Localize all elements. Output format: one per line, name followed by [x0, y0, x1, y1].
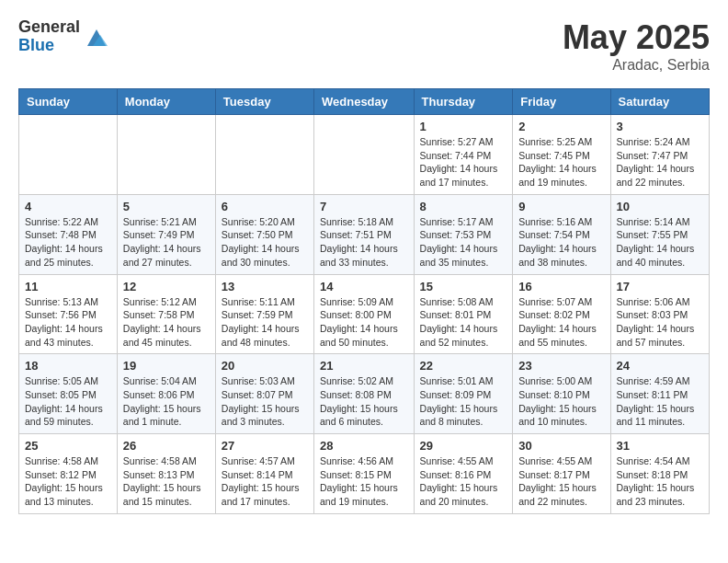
day-info: Sunrise: 4:58 AM Sunset: 8:13 PM Dayligh…	[123, 454, 210, 509]
day-info: Sunrise: 5:01 AM Sunset: 8:09 PM Dayligh…	[420, 374, 507, 429]
day-info: Sunrise: 5:08 AM Sunset: 8:01 PM Dayligh…	[420, 295, 507, 350]
table-row: 26Sunrise: 4:58 AM Sunset: 8:13 PM Dayli…	[117, 434, 215, 514]
calendar-week-row: 1Sunrise: 5:27 AM Sunset: 7:44 PM Daylig…	[19, 115, 710, 195]
table-row: 9Sunrise: 5:16 AM Sunset: 7:54 PM Daylig…	[513, 194, 610, 274]
day-info: Sunrise: 5:16 AM Sunset: 7:54 PM Dayligh…	[518, 215, 604, 270]
day-number: 14	[320, 280, 408, 293]
logo-icon	[84, 24, 109, 50]
table-row: 6Sunrise: 5:20 AM Sunset: 7:50 PM Daylig…	[215, 194, 313, 274]
table-row: 5Sunrise: 5:21 AM Sunset: 7:49 PM Daylig…	[117, 194, 215, 274]
day-info: Sunrise: 5:07 AM Sunset: 8:02 PM Dayligh…	[518, 295, 604, 350]
table-row: 23Sunrise: 5:00 AM Sunset: 8:10 PM Dayli…	[513, 354, 610, 434]
day-info: Sunrise: 5:14 AM Sunset: 7:55 PM Dayligh…	[617, 215, 703, 270]
day-number: 16	[518, 280, 604, 293]
table-row: 20Sunrise: 5:03 AM Sunset: 8:07 PM Dayli…	[215, 354, 313, 434]
table-row: 10Sunrise: 5:14 AM Sunset: 7:55 PM Dayli…	[610, 194, 709, 274]
day-info: Sunrise: 5:25 AM Sunset: 7:45 PM Dayligh…	[518, 135, 604, 190]
day-info: Sunrise: 4:55 AM Sunset: 8:17 PM Dayligh…	[518, 454, 604, 509]
day-info: Sunrise: 5:06 AM Sunset: 8:03 PM Dayligh…	[617, 295, 703, 350]
day-number: 4	[25, 200, 111, 213]
day-number: 31	[617, 439, 703, 453]
title-location: Aradac, Serbia	[563, 57, 710, 74]
table-row: 17Sunrise: 5:06 AM Sunset: 8:03 PM Dayli…	[610, 274, 709, 354]
day-number: 28	[320, 439, 408, 453]
table-row: 21Sunrise: 5:02 AM Sunset: 8:08 PM Dayli…	[314, 354, 415, 434]
calendar-table: Sunday Monday Tuesday Wednesday Thursday…	[18, 88, 710, 514]
table-row: 8Sunrise: 5:17 AM Sunset: 7:53 PM Daylig…	[414, 194, 513, 274]
day-info: Sunrise: 5:27 AM Sunset: 7:44 PM Dayligh…	[420, 135, 507, 190]
day-info: Sunrise: 5:12 AM Sunset: 7:58 PM Dayligh…	[123, 295, 210, 350]
day-number: 10	[617, 200, 703, 213]
day-info: Sunrise: 5:17 AM Sunset: 7:53 PM Dayligh…	[420, 215, 507, 270]
day-number: 2	[518, 120, 604, 133]
day-info: Sunrise: 5:22 AM Sunset: 7:48 PM Dayligh…	[25, 215, 111, 270]
table-row: 3Sunrise: 5:24 AM Sunset: 7:47 PM Daylig…	[610, 115, 709, 195]
day-number: 21	[320, 359, 408, 373]
day-info: Sunrise: 4:58 AM Sunset: 8:12 PM Dayligh…	[25, 454, 111, 509]
table-row: 18Sunrise: 5:05 AM Sunset: 8:05 PM Dayli…	[19, 354, 118, 434]
table-row: 22Sunrise: 5:01 AM Sunset: 8:09 PM Dayli…	[414, 354, 513, 434]
header-friday: Friday	[513, 89, 610, 115]
header-saturday: Saturday	[610, 89, 709, 115]
day-number: 25	[25, 439, 111, 453]
table-row: 27Sunrise: 4:57 AM Sunset: 8:14 PM Dayli…	[215, 434, 313, 514]
table-row: 15Sunrise: 5:08 AM Sunset: 8:01 PM Dayli…	[414, 274, 513, 354]
header-thursday: Thursday	[414, 89, 513, 115]
table-row: 2Sunrise: 5:25 AM Sunset: 7:45 PM Daylig…	[513, 115, 610, 195]
header-monday: Monday	[117, 89, 215, 115]
table-row	[215, 115, 313, 195]
table-row	[314, 115, 415, 195]
day-info: Sunrise: 5:13 AM Sunset: 7:56 PM Dayligh…	[25, 295, 111, 350]
table-row: 1Sunrise: 5:27 AM Sunset: 7:44 PM Daylig…	[414, 115, 513, 195]
logo: General Blue	[18, 18, 109, 55]
day-info: Sunrise: 4:54 AM Sunset: 8:18 PM Dayligh…	[617, 454, 703, 509]
table-row	[19, 115, 118, 195]
calendar-week-row: 18Sunrise: 5:05 AM Sunset: 8:05 PM Dayli…	[19, 354, 710, 434]
header-wednesday: Wednesday	[314, 89, 415, 115]
day-number: 18	[25, 359, 111, 373]
table-row: 30Sunrise: 4:55 AM Sunset: 8:17 PM Dayli…	[513, 434, 610, 514]
table-row: 13Sunrise: 5:11 AM Sunset: 7:59 PM Dayli…	[215, 274, 313, 354]
table-row: 29Sunrise: 4:55 AM Sunset: 8:16 PM Dayli…	[414, 434, 513, 514]
day-number: 3	[617, 120, 703, 133]
day-info: Sunrise: 5:24 AM Sunset: 7:47 PM Dayligh…	[617, 135, 703, 190]
day-number: 9	[518, 200, 604, 213]
day-number: 24	[617, 359, 703, 373]
day-info: Sunrise: 5:03 AM Sunset: 8:07 PM Dayligh…	[222, 374, 308, 429]
calendar-week-row: 25Sunrise: 4:58 AM Sunset: 8:12 PM Dayli…	[19, 434, 710, 514]
day-info: Sunrise: 5:00 AM Sunset: 8:10 PM Dayligh…	[518, 374, 604, 429]
table-row: 12Sunrise: 5:12 AM Sunset: 7:58 PM Dayli…	[117, 274, 215, 354]
title-month: May 2025	[563, 18, 710, 57]
table-row: 16Sunrise: 5:07 AM Sunset: 8:02 PM Dayli…	[513, 274, 610, 354]
table-row: 7Sunrise: 5:18 AM Sunset: 7:51 PM Daylig…	[314, 194, 415, 274]
day-number: 17	[617, 280, 703, 293]
day-number: 22	[420, 359, 507, 373]
day-number: 20	[222, 359, 308, 373]
day-info: Sunrise: 4:55 AM Sunset: 8:16 PM Dayligh…	[420, 454, 507, 509]
day-number: 5	[123, 200, 210, 213]
table-row: 19Sunrise: 5:04 AM Sunset: 8:06 PM Dayli…	[117, 354, 215, 434]
table-row: 31Sunrise: 4:54 AM Sunset: 8:18 PM Dayli…	[610, 434, 709, 514]
header-tuesday: Tuesday	[215, 89, 313, 115]
day-number: 11	[25, 280, 111, 293]
title-block: May 2025 Aradac, Serbia	[563, 18, 710, 74]
day-number: 13	[222, 280, 308, 293]
logo-general-text: General	[18, 18, 80, 37]
day-info: Sunrise: 5:21 AM Sunset: 7:49 PM Dayligh…	[123, 215, 210, 270]
table-row: 11Sunrise: 5:13 AM Sunset: 7:56 PM Dayli…	[19, 274, 118, 354]
table-row: 24Sunrise: 4:59 AM Sunset: 8:11 PM Dayli…	[610, 354, 709, 434]
calendar-week-row: 11Sunrise: 5:13 AM Sunset: 7:56 PM Dayli…	[19, 274, 710, 354]
table-row: 4Sunrise: 5:22 AM Sunset: 7:48 PM Daylig…	[19, 194, 118, 274]
table-row	[117, 115, 215, 195]
day-number: 7	[320, 200, 408, 213]
table-row: 25Sunrise: 4:58 AM Sunset: 8:12 PM Dayli…	[19, 434, 118, 514]
day-info: Sunrise: 5:09 AM Sunset: 8:00 PM Dayligh…	[320, 295, 408, 350]
day-number: 19	[123, 359, 210, 373]
logo-blue-text: Blue	[18, 37, 80, 55]
day-number: 29	[420, 439, 507, 453]
day-info: Sunrise: 5:20 AM Sunset: 7:50 PM Dayligh…	[222, 215, 308, 270]
day-info: Sunrise: 5:02 AM Sunset: 8:08 PM Dayligh…	[320, 374, 408, 429]
day-info: Sunrise: 5:04 AM Sunset: 8:06 PM Dayligh…	[123, 374, 210, 429]
table-row: 14Sunrise: 5:09 AM Sunset: 8:00 PM Dayli…	[314, 274, 415, 354]
day-number: 26	[123, 439, 210, 453]
